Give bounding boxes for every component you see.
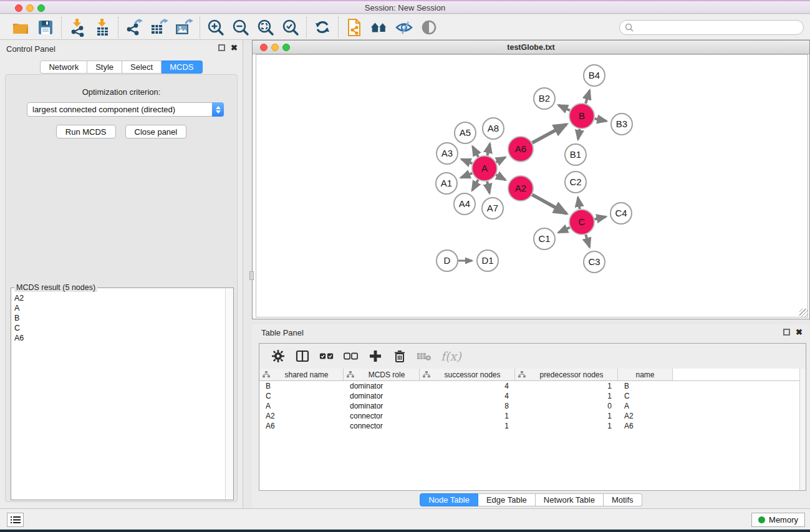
table-scrollbar[interactable] <box>799 369 806 490</box>
node-A3[interactable]: A3 <box>436 143 458 164</box>
tab-network[interactable]: Network <box>40 60 87 74</box>
tab-node-table[interactable]: Node Table <box>420 493 478 506</box>
table-row[interactable]: A2connector11A2 <box>259 411 799 421</box>
close-table-panel-icon[interactable]: ✖ <box>796 329 803 336</box>
node-A7[interactable]: A7 <box>482 198 503 219</box>
tab-edge-table[interactable]: Edge Table <box>478 493 536 506</box>
node-table: shared nameMCDS rolesuccessor nodesprede… <box>259 369 799 490</box>
control-panel-tabs: NetworkStyleSelectMCDS <box>0 60 243 74</box>
result-item[interactable]: C <box>12 323 224 333</box>
cell-name: C <box>618 391 673 401</box>
node-A6[interactable]: A6 <box>508 137 533 162</box>
task-history-button[interactable] <box>7 513 24 527</box>
result-item[interactable]: A2 <box>12 293 224 303</box>
zoom-fit-icon[interactable] <box>256 18 275 37</box>
column-header-MCDS-role[interactable]: MCDS role <box>344 369 420 380</box>
edge-C-C1 <box>559 228 570 233</box>
float-panel-icon[interactable] <box>218 44 225 51</box>
column-header-predecessor-nodes[interactable]: predecessor nodes <box>515 369 618 380</box>
close-panel-icon[interactable]: ✖ <box>231 44 238 51</box>
table-row[interactable]: A6connector11A6 <box>259 421 799 431</box>
node-C3[interactable]: C3 <box>584 251 605 273</box>
float-table-panel-icon[interactable] <box>783 329 790 336</box>
open-session-icon[interactable] <box>11 18 30 37</box>
memory-button[interactable]: Memory <box>751 513 805 527</box>
edge-B-B3 <box>595 118 607 121</box>
select-stepper-icon <box>212 102 224 117</box>
tab-select[interactable]: Select <box>122 60 162 74</box>
new-network-icon[interactable] <box>345 18 364 37</box>
node-A2[interactable]: A2 <box>508 176 533 201</box>
import-network-icon[interactable] <box>68 18 87 37</box>
cell-name: A <box>618 401 673 411</box>
show-panel-eye-icon[interactable] <box>420 18 438 37</box>
node-A[interactable]: A <box>472 156 497 181</box>
zoom-in-icon[interactable] <box>206 18 225 37</box>
column-header-shared-name[interactable]: shared name <box>259 369 344 380</box>
result-item[interactable]: A6 <box>12 333 224 343</box>
tab-style[interactable]: Style <box>87 60 122 74</box>
node-B1[interactable]: B1 <box>565 144 586 165</box>
cell-predecessor-nodes: 1 <box>515 381 618 391</box>
delete-table-icon[interactable] <box>417 349 432 364</box>
refresh-icon[interactable] <box>313 18 332 37</box>
edge-B-B2 <box>559 105 570 111</box>
node-D1[interactable]: D1 <box>477 250 498 271</box>
split-view-icon[interactable] <box>295 349 310 364</box>
search-input[interactable] <box>637 23 798 32</box>
splitter-handle[interactable] <box>249 271 254 280</box>
cell-shared-name: B <box>259 381 344 391</box>
tab-motifs[interactable]: Motifs <box>604 493 642 506</box>
result-item[interactable]: A <box>12 303 224 313</box>
cell-name: B <box>618 381 673 391</box>
save-session-icon[interactable] <box>36 18 55 37</box>
network-canvas[interactable]: B4B2BB3A5A8A6B1A3AC2A1A2A4A7C4CC1C3DD1 <box>256 54 808 317</box>
node-B2[interactable]: B2 <box>534 88 555 109</box>
table-row[interactable]: Bdominator41B <box>259 381 799 391</box>
node-D[interactable]: D <box>436 250 458 271</box>
node-B4[interactable]: B4 <box>584 65 605 86</box>
node-B[interactable]: B <box>569 104 594 128</box>
table-settings-gear-icon[interactable] <box>271 349 286 364</box>
close-panel-button[interactable]: Close panel <box>125 125 187 138</box>
home-icon[interactable] <box>370 18 388 37</box>
node-A4[interactable]: A4 <box>454 193 475 215</box>
node-C2[interactable]: C2 <box>565 172 586 193</box>
node-A1[interactable]: A1 <box>436 173 457 194</box>
svg-text:A: A <box>481 163 488 173</box>
node-B3[interactable]: B3 <box>611 114 632 135</box>
tab-network-table[interactable]: Network Table <box>536 493 604 506</box>
import-table-icon[interactable] <box>93 18 112 37</box>
column-header-successor-nodes[interactable]: successor nodes <box>420 369 515 380</box>
svg-text:C: C <box>579 216 586 227</box>
column-header-name[interactable]: name <box>618 369 673 380</box>
tab-mcds[interactable]: MCDS <box>162 60 202 74</box>
add-column-icon[interactable] <box>368 349 383 364</box>
node-A5[interactable]: A5 <box>455 122 476 143</box>
zoom-out-icon[interactable] <box>231 18 250 37</box>
export-network-icon[interactable] <box>125 18 143 37</box>
search-field[interactable] <box>619 20 804 35</box>
result-item[interactable]: B <box>12 313 224 323</box>
node-C[interactable]: C <box>569 210 594 235</box>
function-builder-icon[interactable]: f(x) <box>441 349 461 363</box>
session-title: Session: New Session <box>0 3 810 12</box>
hide-panel-eye-icon[interactable] <box>395 18 413 37</box>
export-table-icon[interactable] <box>150 18 168 37</box>
cell-predecessor-nodes: 1 <box>515 411 618 421</box>
node-C4[interactable]: C4 <box>610 203 632 224</box>
result-scrollbar[interactable] <box>225 289 233 499</box>
run-mcds-button[interactable]: Run MCDS <box>56 125 116 138</box>
export-image-icon[interactable] <box>175 18 193 37</box>
deselect-all-icon[interactable] <box>344 349 359 364</box>
zoom-selected-icon[interactable] <box>281 18 300 37</box>
select-all-icon[interactable] <box>319 349 334 364</box>
table-row[interactable]: Cdominator41C <box>259 391 799 401</box>
delete-column-trash-icon[interactable] <box>392 349 407 364</box>
criterion-select[interactable]: largest connected component (directed) <box>27 102 224 117</box>
window-resize-grip[interactable] <box>799 309 808 317</box>
node-C1[interactable]: C1 <box>534 228 555 249</box>
cell-MCDS-role: connector <box>344 421 420 431</box>
table-row[interactable]: Adominator80A <box>259 401 799 411</box>
node-A8[interactable]: A8 <box>483 118 504 139</box>
